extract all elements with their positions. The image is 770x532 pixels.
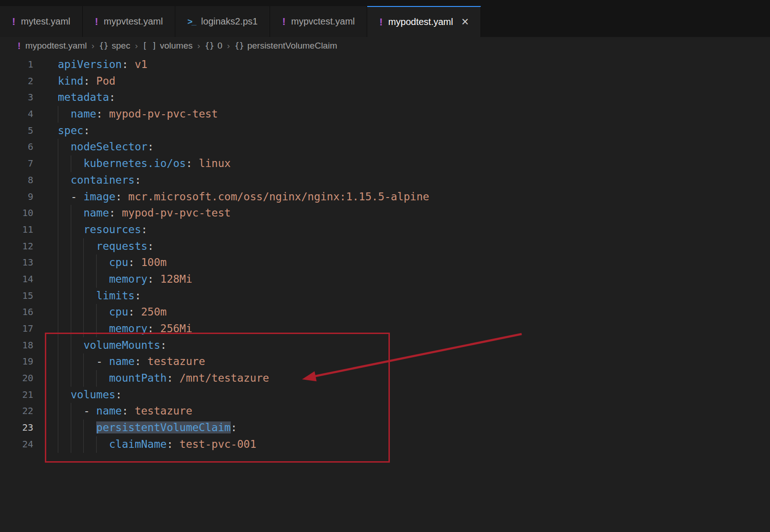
indent-guide bbox=[58, 155, 71, 172]
chevron-right-icon: › bbox=[222, 41, 234, 51]
breadcrumb-item-volumes[interactable]: [ ]volumes bbox=[142, 41, 192, 51]
code-text: - image: mcr.microsoft.com/oss/nginx/ngi… bbox=[71, 189, 429, 205]
code-text: cpu: 250m bbox=[109, 304, 167, 321]
tab-mytest.yaml[interactable]: !mytest.yaml bbox=[0, 6, 83, 37]
code-line-24[interactable]: 24claimName: test-pvc-001 bbox=[0, 436, 770, 453]
code-line-12[interactable]: 12requests: bbox=[0, 238, 770, 255]
code-text: nodeSelector: bbox=[71, 139, 154, 155]
gutter-gap bbox=[33, 106, 58, 123]
line-number[interactable]: 4 bbox=[0, 106, 33, 123]
gutter-gap bbox=[33, 123, 58, 139]
line-number[interactable]: 18 bbox=[0, 337, 33, 354]
tab-loginaks2.ps1[interactable]: >_loginaks2.ps1 bbox=[175, 6, 270, 37]
code-line-11[interactable]: 11resources: bbox=[0, 222, 770, 238]
indent-guide bbox=[96, 304, 109, 321]
yaml-icon: ! bbox=[12, 16, 15, 28]
code-line-19[interactable]: 19- name: testazure bbox=[0, 353, 770, 370]
code-line-13[interactable]: 13cpu: 100m bbox=[0, 254, 770, 271]
code-line-15[interactable]: 15limits: bbox=[0, 288, 770, 304]
indent-guide bbox=[58, 304, 71, 321]
symbol-object-icon: {} bbox=[205, 41, 214, 50]
line-number[interactable]: 9 bbox=[0, 189, 33, 205]
indent-guide bbox=[71, 254, 84, 271]
line-number[interactable]: 15 bbox=[0, 288, 33, 304]
code-line-10[interactable]: 10name: mypod-pv-pvc-test bbox=[0, 205, 770, 222]
line-number[interactable]: 16 bbox=[0, 304, 33, 321]
line-number[interactable]: 23 bbox=[0, 420, 33, 436]
indent-guide bbox=[71, 205, 84, 222]
code-text: volumeMounts: bbox=[83, 337, 166, 354]
breadcrumb-item-0[interactable]: {}0 bbox=[205, 41, 222, 51]
line-number[interactable]: 7 bbox=[0, 155, 33, 172]
code-text: kubernetes.io/os: linux bbox=[83, 155, 231, 172]
code-line-1[interactable]: 1apiVersion: v1 bbox=[0, 56, 770, 73]
code-text: limits: bbox=[96, 288, 141, 304]
line-number[interactable]: 20 bbox=[0, 370, 33, 387]
breadcrumb-label: mypodtest.yaml bbox=[25, 41, 87, 51]
tab-label: mypvtest.yaml bbox=[104, 16, 163, 27]
tab-mypodtest.yaml[interactable]: !mypodtest.yaml× bbox=[367, 6, 481, 37]
powershell-icon: >_ bbox=[187, 17, 196, 27]
code-line-8[interactable]: 8containers: bbox=[0, 172, 770, 189]
indent-guide bbox=[83, 254, 96, 271]
indent-guide bbox=[58, 271, 71, 288]
indent-guide bbox=[71, 420, 84, 436]
line-number[interactable]: 17 bbox=[0, 321, 33, 337]
indent-guide bbox=[71, 370, 84, 387]
line-number[interactable]: 6 bbox=[0, 139, 33, 155]
indent-guide bbox=[58, 403, 71, 420]
indent-guide bbox=[83, 238, 96, 255]
code-text: - name: testazure bbox=[96, 353, 205, 370]
close-tab-button[interactable]: × bbox=[462, 16, 469, 28]
line-number[interactable]: 11 bbox=[0, 222, 33, 238]
code-line-16[interactable]: 16cpu: 250m bbox=[0, 304, 770, 321]
code-line-4[interactable]: 4name: mypod-pv-pvc-test bbox=[0, 106, 770, 123]
line-number[interactable]: 13 bbox=[0, 254, 33, 271]
gutter-gap bbox=[33, 254, 58, 271]
chevron-right-icon: › bbox=[192, 41, 204, 51]
code-line-17[interactable]: 17memory: 256Mi bbox=[0, 321, 770, 337]
line-number[interactable]: 14 bbox=[0, 271, 33, 288]
code-line-5[interactable]: 5spec: bbox=[0, 123, 770, 139]
indent-guide bbox=[58, 337, 71, 354]
breadcrumb-item-persistentVolumeClaim[interactable]: {}persistentVolumeClaim bbox=[234, 41, 337, 51]
tab-mypvtest.yaml[interactable]: !mypvtest.yaml bbox=[83, 6, 175, 37]
code-line-2[interactable]: 2kind: Pod bbox=[0, 73, 770, 90]
code-line-7[interactable]: 7kubernetes.io/os: linux bbox=[0, 155, 770, 172]
code-line-6[interactable]: 6nodeSelector: bbox=[0, 139, 770, 155]
line-number[interactable]: 2 bbox=[0, 73, 33, 90]
breadcrumb-item-spec[interactable]: {}spec bbox=[99, 41, 130, 51]
indent-guide bbox=[71, 436, 84, 453]
chevron-right-icon: › bbox=[87, 41, 99, 51]
code-line-3[interactable]: 3metadata: bbox=[0, 89, 770, 106]
tab-label: mypodtest.yaml bbox=[388, 17, 453, 27]
code-text: kind: Pod bbox=[58, 73, 116, 90]
line-number[interactable]: 5 bbox=[0, 123, 33, 139]
indent-guide bbox=[83, 321, 96, 337]
code-line-9[interactable]: 9- image: mcr.microsoft.com/oss/nginx/ng… bbox=[0, 189, 770, 205]
code-line-21[interactable]: 21volumes: bbox=[0, 387, 770, 403]
line-number[interactable]: 24 bbox=[0, 436, 33, 453]
line-number[interactable]: 3 bbox=[0, 89, 33, 106]
code-area[interactable]: 1apiVersion: v12kind: Pod3metadata:4name… bbox=[0, 55, 770, 453]
line-number[interactable]: 19 bbox=[0, 353, 33, 370]
code-line-22[interactable]: 22- name: testazure bbox=[0, 403, 770, 420]
tab-bar: !mytest.yaml!mypvtest.yaml>_loginaks2.ps… bbox=[0, 6, 770, 37]
code-line-14[interactable]: 14memory: 128Mi bbox=[0, 271, 770, 288]
line-number[interactable]: 12 bbox=[0, 238, 33, 255]
line-number[interactable]: 22 bbox=[0, 403, 33, 420]
indent-guide bbox=[58, 353, 71, 370]
line-number[interactable]: 1 bbox=[0, 56, 33, 73]
breadcrumb-item-mypodtest.yaml[interactable]: !mypodtest.yaml bbox=[18, 41, 87, 51]
code-line-18[interactable]: 18volumeMounts: bbox=[0, 337, 770, 354]
line-number[interactable]: 10 bbox=[0, 205, 33, 222]
tab-mypvctest.yaml[interactable]: !mypvctest.yaml bbox=[270, 6, 367, 37]
yaml-icon: ! bbox=[95, 16, 98, 28]
code-text: mountPath: /mnt/testazure bbox=[109, 370, 269, 387]
indent-guide bbox=[58, 288, 71, 304]
line-number[interactable]: 21 bbox=[0, 387, 33, 403]
breadcrumb: !mypodtest.yaml›{}spec›[ ]volumes›{}0›{}… bbox=[0, 37, 770, 55]
code-line-23[interactable]: 23persistentVolumeClaim: bbox=[0, 420, 770, 436]
line-number[interactable]: 8 bbox=[0, 172, 33, 189]
code-line-20[interactable]: 20mountPath: /mnt/testazure bbox=[0, 370, 770, 387]
